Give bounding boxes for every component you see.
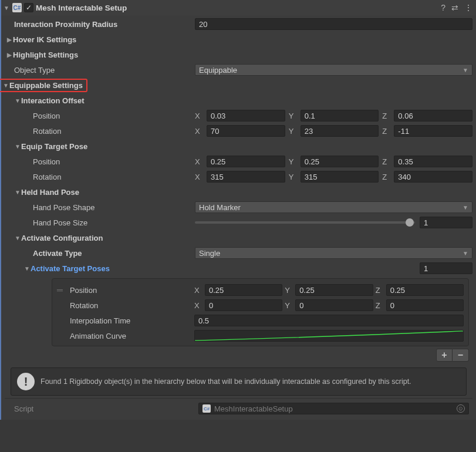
chevron-down-icon: ▼ [14,97,21,104]
pose-rot-x[interactable] [205,299,282,311]
drag-handle-icon[interactable]: ═ [57,285,62,295]
hover-ik-label: Hover IK Settings [13,35,76,44]
hand-pose-size-slider[interactable] [195,221,415,224]
object-type-row: Object Type Equippable ▼ [5,62,472,77]
pose-interp-row: ═Interpolation Time [57,313,464,328]
pose-rot-z[interactable] [386,299,464,311]
interaction-offset-header[interactable]: ▼ Interaction Offset [5,93,472,108]
etrot-x[interactable] [207,171,285,183]
etrot-y[interactable] [301,171,379,183]
add-item-button[interactable]: + [436,349,453,362]
chevron-down-icon: ▼ [463,67,468,73]
help-icon[interactable]: ? [441,3,445,12]
interp-time-input[interactable] [194,315,464,326]
script-icon: C# [202,404,211,413]
animation-curve-field[interactable] [194,330,464,342]
activate-config-header[interactable]: ▼ Activate Configuration [5,230,472,245]
highlight-row[interactable]: ▶ Highlight Settings [5,47,472,62]
chevron-right-icon: ▶ [6,51,13,58]
iopos-x[interactable] [207,110,285,122]
info-text: Found 1 Rigidbody object(s) in the hiera… [40,377,411,387]
chevron-down-icon: ▼ [14,143,21,150]
equippable-settings-label: Equippable Settings [9,81,83,90]
pose-rotation-row: ═Rotation X Y Z [57,298,464,313]
info-icon: ! [17,373,35,390]
equippable-settings-row[interactable]: ▼ Equippable Settings [0,77,472,93]
interaction-offset-position-row: Position X Y Z [5,108,472,123]
list-footer: + − [52,349,469,362]
interaction-offset-rotation-row: Rotation X Y Z [5,123,472,139]
chevron-down-icon: ▼ [463,250,468,257]
mesh-interactable-setup-component: ▼ C# ✓ Mesh Interactable Setup ? ⇄ ⋮ Int… [0,0,476,420]
preset-icon[interactable]: ⇄ [451,3,458,12]
object-type-dropdown[interactable]: Equippable ▼ [195,64,472,76]
hover-ik-row[interactable]: ▶ Hover IK Settings [5,32,472,47]
hand-pose-size-row: Hand Pose Size [5,215,472,230]
iorot-z[interactable] [394,125,472,137]
proximity-input[interactable] [195,18,472,30]
pose-anim-curve-row: ═Animation Curve [57,328,464,343]
chevron-down-icon: ▼ [2,82,9,89]
hand-pose-shape-dropdown[interactable]: Hold Marker ▼ [195,201,472,213]
context-menu-icon[interactable]: ⋮ [464,3,472,12]
component-header[interactable]: ▼ C# ✓ Mesh Interactable Setup ? ⇄ ⋮ [1,0,476,15]
iorot-y[interactable] [301,125,379,137]
pose-pos-z[interactable] [386,284,464,296]
script-row: Script C# MeshInteractableSetup ⊙ [5,401,472,416]
hand-pose-size-input[interactable] [420,217,472,228]
held-hand-pose-header[interactable]: ▼ Held Hand Pose [5,184,472,200]
pose-pos-x[interactable] [205,284,282,296]
remove-item-button[interactable]: − [453,349,469,362]
iopos-z[interactable] [394,110,472,122]
pose-pos-y[interactable] [295,284,373,296]
chevron-right-icon: ▶ [6,36,13,43]
slider-thumb[interactable] [406,218,414,227]
equip-target-rotation-row: Rotation X Y Z [5,169,472,184]
chevron-down-icon: ▼ [463,204,468,211]
chevron-down-icon: ▼ [14,188,21,195]
iopos-y[interactable] [301,110,379,122]
activate-target-poses-header[interactable]: ▼ Activate Target Poses [5,261,472,276]
activate-type-dropdown[interactable]: Single ▼ [195,247,472,259]
pose-position-row: ═Position X Y Z [57,282,464,298]
info-box: ! Found 1 Rigidbody object(s) in the hie… [11,367,467,396]
proximity-row: Interaction Proximity Radius [5,16,472,32]
chevron-down-icon: ▼ [23,265,31,272]
etpos-y[interactable] [301,156,379,167]
hand-pose-shape-row: Hand Pose Shape Hold Marker ▼ [5,200,472,215]
enabled-checkbox[interactable]: ✓ [24,3,33,12]
equip-target-pose-header[interactable]: ▼ Equip Target Pose [5,139,472,154]
equip-target-position-row: Position X Y Z [5,154,472,169]
iorot-x[interactable] [207,125,285,137]
pose-rot-y[interactable] [295,299,373,311]
component-title: Mesh Interactable Setup [36,4,438,12]
highlight-label: Highlight Settings [13,50,78,59]
object-type-label: Object Type [5,66,193,75]
poses-size-input[interactable] [420,262,472,274]
foldout-icon[interactable]: ▼ [3,4,10,11]
script-reference[interactable]: C# MeshInteractableSetup ⊙ [198,403,469,414]
chevron-down-icon: ▼ [14,234,21,241]
script-icon: C# [12,3,22,12]
proximity-label: Interaction Proximity Radius [5,20,193,29]
etpos-z[interactable] [394,156,472,167]
activate-type-row: Activate Type Single ▼ [5,245,472,261]
object-picker-icon[interactable]: ⊙ [457,404,465,413]
etrot-z[interactable] [394,171,472,183]
etpos-x[interactable] [207,156,285,167]
pose-list-item: ═Position X Y Z ═Rotation X Y Z ═Interpo… [52,278,469,346]
